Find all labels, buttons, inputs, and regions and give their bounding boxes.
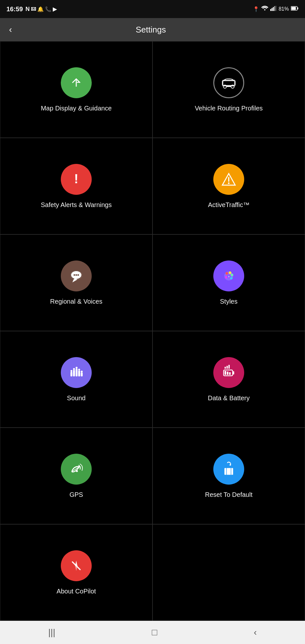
- svg-rect-50: [229, 372, 231, 375]
- settings-item-data-battery[interactable]: Data & Battery: [152, 331, 305, 428]
- map-display-label: Map Display & Guidance: [41, 105, 112, 112]
- svg-rect-48: [225, 371, 226, 375]
- status-bar: 16:59 N 🖂 🔔 📞 ▶ 📍 81%: [0, 0, 305, 18]
- settings-item-about-copilot[interactable]: About CoPilot: [0, 524, 152, 621]
- svg-rect-51: [225, 367, 226, 369]
- svg-point-33: [225, 276, 227, 279]
- gps-label: GPS: [69, 491, 83, 498]
- regional-voices-icon: [61, 260, 92, 291]
- sound-label: Sound: [67, 394, 86, 402]
- svg-rect-0: [270, 9, 271, 11]
- settings-item-vehicle-routing[interactable]: Vehicle Routing Profiles: [152, 41, 305, 138]
- svg-rect-38: [76, 369, 78, 376]
- active-traffic-icon: [213, 164, 244, 195]
- vehicle-routing-label: Vehicle Routing Profiles: [195, 105, 263, 112]
- data-battery-icon: [213, 357, 244, 388]
- svg-point-44: [78, 369, 80, 371]
- settings-item-active-traffic[interactable]: ActiveTraffic™: [152, 138, 305, 234]
- home-button[interactable]: □: [142, 624, 167, 641]
- svg-rect-10: [223, 81, 235, 85]
- svg-text:!: !: [74, 172, 78, 186]
- about-copilot-icon: [61, 550, 92, 581]
- settings-item-gps[interactable]: GPS: [0, 428, 152, 524]
- map-display-icon: [61, 67, 92, 98]
- back-nav-button[interactable]: ‹: [244, 624, 266, 641]
- signal-icon: [270, 6, 277, 12]
- settings-grid: Map Display & Guidance Vehicle Routing P…: [0, 41, 305, 621]
- svg-rect-47: [233, 371, 234, 374]
- settings-item-empty: [152, 524, 305, 621]
- reset-default-icon: [213, 454, 244, 485]
- svg-point-17: [228, 182, 230, 184]
- svg-rect-36: [70, 372, 72, 376]
- settings-item-reset-default[interactable]: Reset To Default: [152, 428, 305, 524]
- svg-point-26: [78, 274, 79, 276]
- svg-point-24: [74, 274, 75, 276]
- svg-rect-2: [273, 7, 274, 11]
- svg-rect-6: [291, 7, 296, 10]
- svg-rect-7: [297, 7, 298, 9]
- settings-item-safety-alerts[interactable]: ! Safety Alerts & Warnings: [0, 138, 152, 234]
- media-icon: ▶: [53, 6, 57, 12]
- svg-point-25: [76, 274, 77, 276]
- svg-rect-3: [274, 6, 275, 11]
- status-icons: N 🖂 🔔 📞 ▶: [25, 6, 57, 13]
- settings-item-styles[interactable]: Styles: [152, 234, 305, 331]
- settings-item-regional-voices[interactable]: Regional & Voices: [0, 234, 152, 331]
- status-right: 📍 81%: [253, 6, 299, 12]
- settings-item-map-display[interactable]: Map Display & Guidance: [0, 41, 152, 138]
- about-copilot-label: About CoPilot: [57, 588, 96, 595]
- styles-label: Styles: [220, 298, 237, 305]
- svg-point-35: [228, 276, 230, 278]
- safety-alerts-label: Safety Alerts & Warnings: [41, 201, 112, 209]
- n-icon: N: [25, 6, 30, 13]
- top-navigation: ‹ Settings: [0, 18, 305, 41]
- notification-icon: 🖂: [31, 6, 36, 12]
- back-button[interactable]: ‹: [6, 22, 14, 37]
- battery-icon: [291, 6, 299, 12]
- svg-point-31: [231, 274, 233, 276]
- location-icon: 📍: [253, 6, 259, 12]
- svg-point-32: [230, 277, 233, 279]
- bottom-navigation: ||| □ ‹: [0, 621, 305, 644]
- status-time: 16:59 N 🖂 🔔 📞 ▶: [6, 5, 57, 13]
- svg-point-56: [76, 470, 78, 472]
- svg-rect-52: [226, 366, 228, 369]
- time-display: 16:59: [6, 5, 23, 13]
- svg-point-43: [76, 367, 78, 369]
- battery-display: 81%: [279, 6, 289, 12]
- svg-point-42: [73, 368, 75, 370]
- wifi-icon: [261, 6, 268, 12]
- regional-voices-label: Regional & Voices: [50, 298, 102, 305]
- svg-point-29: [226, 272, 228, 275]
- svg-rect-4: [275, 6, 276, 11]
- vehicle-routing-icon: [213, 67, 244, 98]
- bell-icon: 🔔: [37, 6, 44, 12]
- active-traffic-label: ActiveTraffic™: [208, 201, 250, 209]
- gps-icon: [61, 454, 92, 485]
- page-title: Settings: [20, 25, 282, 35]
- svg-rect-37: [73, 370, 75, 376]
- svg-rect-53: [228, 365, 230, 369]
- svg-rect-40: [81, 373, 83, 376]
- styles-icon: [213, 260, 244, 291]
- safety-alerts-icon: !: [61, 164, 92, 195]
- svg-rect-49: [227, 372, 228, 375]
- reset-default-label: Reset To Default: [205, 491, 253, 498]
- svg-point-41: [70, 370, 72, 372]
- svg-rect-57: [224, 468, 233, 475]
- phone-icon: 📞: [45, 6, 51, 12]
- svg-point-30: [229, 271, 231, 274]
- data-battery-label: Data & Battery: [208, 394, 250, 402]
- sound-icon: [61, 357, 92, 388]
- svg-rect-39: [78, 371, 80, 376]
- recent-apps-button[interactable]: |||: [39, 624, 65, 641]
- svg-rect-1: [272, 8, 273, 11]
- settings-item-sound[interactable]: Sound: [0, 331, 152, 428]
- svg-point-45: [81, 371, 83, 373]
